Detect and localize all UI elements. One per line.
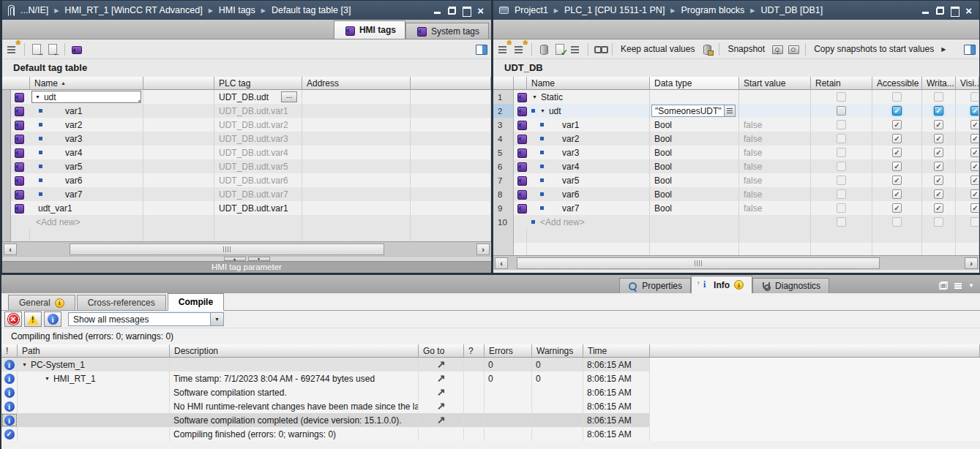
combo-list-icon[interactable] (724, 105, 735, 116)
breadcrumb-item[interactable]: HMI_RT_1 [WinCC RT Advanced] (64, 5, 202, 15)
breadcrumb-item[interactable]: Program blocks (681, 5, 745, 15)
db-table-row[interactable]: 10<Add new> (493, 215, 979, 229)
add-tag-icon[interactable] (6, 42, 19, 56)
breadcrumb-item[interactable]: UDT_DB [DB1] (761, 5, 823, 15)
collapse-pane-icon[interactable]: ▼ (968, 282, 974, 289)
accessible-checkbox[interactable]: ✓ (892, 176, 902, 185)
load-without-reinit-icon[interactable] (700, 42, 714, 56)
tab-properties[interactable]: Properties (619, 278, 691, 293)
breadcrumb-item[interactable]: ...N/IE] (20, 5, 48, 15)
table-row[interactable]: udt_var1UDT_DB.udt.var1 (2, 201, 491, 215)
export-icon[interactable] (30, 42, 43, 56)
scrollbar-thumb[interactable] (517, 257, 880, 269)
goto-arrow-icon[interactable]: ↗ (437, 400, 446, 412)
maximize-icon[interactable] (951, 7, 959, 15)
db-window-titlebar[interactable]: Project1▶PLC_1 [CPU 1511-1 PN]▶Program b… (493, 1, 979, 20)
tab-hmi-tags[interactable]: HMI tags (334, 20, 405, 39)
column-header-PLC tag[interactable]: PLC tag (214, 77, 302, 90)
message-row[interactable]: i▼PC-System_1↗008:06:15 AM (1, 358, 980, 371)
writable-checkbox[interactable]: ✓ (934, 106, 943, 116)
writable-checkbox[interactable]: ✓ (934, 189, 943, 199)
breadcrumb-item[interactable]: PLC_1 [CPU 1511-1 PN] (564, 5, 665, 15)
filter-errors-button[interactable]: ✕ (4, 312, 22, 327)
scroll-right-icon[interactable]: › (965, 257, 978, 269)
minimize-icon[interactable] (433, 7, 441, 15)
column-header-name[interactable]: Name (527, 77, 650, 90)
toolbar-overflow-icon[interactable]: ▶ (941, 46, 946, 53)
tab-cross-references[interactable]: Cross-references (77, 295, 166, 310)
column-header-description[interactable]: Description (170, 344, 419, 358)
restore-icon[interactable] (448, 7, 456, 15)
table-row[interactable]: var4UDT_DB.udt.var4 (2, 146, 491, 159)
reset-start-values-icon[interactable] (537, 42, 550, 56)
expand-icon[interactable]: ▼ (540, 108, 545, 113)
column-header-data-type[interactable]: Data type (650, 77, 739, 90)
expand-icon[interactable]: ▼ (532, 94, 537, 99)
visible-checkbox[interactable]: ✓ (970, 203, 979, 213)
column-header-start-value[interactable]: Start value (739, 77, 811, 90)
table-row[interactable]: var6UDT_DB.udt.var6 (2, 173, 491, 187)
db-table-row[interactable]: 8var6Boolfalse✓✓✓ (493, 187, 979, 201)
expand-members-icon[interactable] (569, 42, 583, 56)
import-icon[interactable] (46, 42, 59, 56)
goto-arrow-icon[interactable]: ↗ (437, 414, 446, 426)
table-row[interactable]: var2UDT_DB.udt.var2 (2, 118, 491, 132)
message-row[interactable]: iSoftware compilation completed (device … (1, 413, 980, 427)
visible-checkbox[interactable]: ✓ (970, 106, 979, 116)
minimize-icon[interactable] (921, 7, 929, 15)
scroll-right-icon[interactable]: › (476, 244, 490, 255)
goto-arrow-icon[interactable]: ↗ (437, 386, 446, 398)
table-row[interactable]: var1UDT_DB.udt.var1 (2, 104, 491, 118)
hmi-window-titlebar[interactable]: ...N/IE]▶HMI_RT_1 [WinCC RT Advanced]▶HM… (2, 1, 491, 20)
add-row-icon[interactable] (513, 42, 526, 56)
writable-checkbox[interactable]: ✓ (934, 120, 943, 129)
writable-checkbox[interactable]: ✓ (934, 162, 943, 171)
visible-checkbox[interactable]: ✓ (970, 134, 979, 143)
db-table-row[interactable]: 2▼udt"SomeonesUDT"✓✓✓ (493, 104, 979, 118)
accessible-checkbox[interactable]: ✓ (892, 134, 902, 143)
filter-info-button[interactable]: i (44, 312, 61, 327)
column-header-retain[interactable]: Retain (811, 77, 872, 90)
column-header-path[interactable]: Path (18, 344, 170, 358)
detail-view-icon[interactable] (962, 42, 976, 56)
horizontal-scrollbar[interactable]: ‹ › (2, 241, 491, 256)
insert-row-icon[interactable] (497, 42, 510, 56)
db-table-row[interactable]: 1▼Static (493, 90, 979, 104)
restore-icon[interactable] (936, 7, 944, 15)
accessible-checkbox[interactable]: ✓ (892, 120, 902, 129)
table-row[interactable]: <Add new> (2, 215, 491, 229)
snapshot-load-icon[interactable] (787, 42, 800, 56)
column-header-time[interactable]: Time (583, 344, 650, 358)
expand-icon[interactable]: ▼ (45, 376, 50, 381)
hmi-tag-parameter-bar[interactable]: HMI tag parameter (2, 261, 491, 273)
accessible-checkbox[interactable]: ✓ (892, 148, 902, 157)
close-icon[interactable]: × (477, 7, 484, 15)
db-table-row[interactable]: 4var2Boolfalse✓✓✓ (493, 132, 979, 146)
snapshot-button[interactable]: Snapshot (727, 44, 765, 54)
tag-name-editbox[interactable]: ▼udt (31, 91, 141, 103)
db-table-row[interactable]: 9var7Boolfalse✓✓✓ (493, 201, 979, 215)
writable-checkbox[interactable]: ✓ (934, 148, 943, 157)
goto-arrow-icon[interactable]: ↗ (437, 358, 446, 370)
column-header-accessible-f---[interactable]: Accessible f... (872, 77, 922, 90)
column-header-writa---[interactable]: Writa... (922, 77, 956, 90)
sync-plc-tags-icon[interactable] (70, 42, 83, 56)
visible-checkbox[interactable]: ✓ (970, 176, 979, 185)
accessible-checkbox[interactable]: ✓ (892, 162, 902, 171)
writable-checkbox[interactable]: ✓ (934, 176, 943, 185)
visible-checkbox[interactable]: ✓ (970, 148, 979, 157)
message-row[interactable]: iSoftware compilation started.↗8:06:15 A… (1, 385, 980, 399)
horizontal-scrollbar[interactable]: ‹ › (493, 255, 979, 270)
column-header-warnings[interactable]: Warnings (532, 344, 583, 358)
tab-compile[interactable]: Compile (168, 293, 224, 311)
tab-diagnostics[interactable]: Diagnostics (752, 278, 829, 293)
column-header-visi---[interactable]: Visi... (956, 77, 979, 90)
table-row[interactable]: var5UDT_DB.udt.var5 (2, 159, 491, 173)
keep-actual-values-button[interactable]: Keep actual values (621, 44, 695, 54)
data-type-combobox[interactable]: "SomeonesUDT" (651, 105, 736, 117)
accessible-checkbox[interactable]: ✓ (892, 189, 902, 199)
writable-checkbox[interactable]: ✓ (934, 134, 943, 143)
expand-icon[interactable]: ▼ (22, 362, 27, 367)
close-icon[interactable]: × (965, 7, 972, 15)
tab-info[interactable]: iInfoi (691, 276, 752, 293)
